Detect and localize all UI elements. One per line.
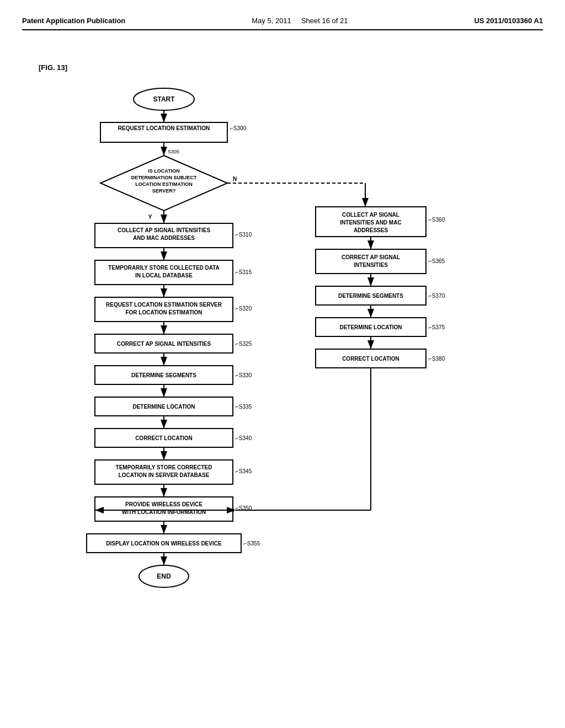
svg-rect-32 xyxy=(316,249,426,274)
s305-line1: IS LOCATION xyxy=(148,168,179,174)
s365-line1: CORRECT AP SIGNAL xyxy=(342,254,400,260)
s300-text: REQUEST LOCATION ESTIMATION xyxy=(118,125,210,131)
s380-text: CORRECT LOCATION xyxy=(342,356,399,362)
s380-label: ⌐S380 xyxy=(429,356,445,362)
s345-label: ⌐S345 xyxy=(236,468,252,474)
yes-label: Y xyxy=(148,214,152,220)
s330-label: ⌐S330 xyxy=(236,372,252,378)
s305-line2: DETERMINATION SUBJECT xyxy=(131,175,197,180)
s310-line1: COLLECT AP SIGNAL INTENSITIES xyxy=(118,227,210,233)
s345-line2: LOCATION IN SERVER DATABASE xyxy=(119,472,210,478)
s360-line3: ADDRESSES xyxy=(354,227,388,233)
s320-line2: FOR LOCATION ESTIMATION xyxy=(125,309,202,315)
s310-label: ⌐S310 xyxy=(236,232,252,238)
s340-text: CORRECT LOCATION xyxy=(135,435,193,441)
s375-label: ⌐S375 xyxy=(429,324,445,330)
s325-label: ⌐S325 xyxy=(236,341,252,347)
s350-line1: PROVIDE WIRELESS DEVICE xyxy=(125,501,202,507)
s360-line2: INTENSITIES AND MAC xyxy=(340,220,401,226)
s370-label: ⌐S370 xyxy=(429,293,445,299)
s310-line2: AND MAC ADDRESSES xyxy=(133,235,195,241)
s305-sublabel: S305 xyxy=(168,149,179,154)
page-header: Patent Application Publication May 5, 20… xyxy=(22,17,543,30)
header-patent-number: US 2011/0103360 A1 xyxy=(474,17,543,25)
s325-text: CORRECT AP SIGNAL INTENSITIES xyxy=(117,341,211,347)
s305-line4: SERVER? xyxy=(152,188,175,194)
s335-text: DETERMINE LOCATION xyxy=(132,404,195,410)
header-sheet: Sheet 16 of 21 xyxy=(301,17,348,25)
s300-label: ⌐S300 xyxy=(230,125,247,131)
s370-text: DETERMINE SEGMENTS xyxy=(338,293,403,299)
s320-line1: REQUEST LOCATION ESTIMATION SERVER xyxy=(106,302,222,308)
s315-line1: TEMPORARILY STORE COLLECTED DATA xyxy=(108,265,220,271)
s320-label: ⌐S320 xyxy=(236,306,252,312)
s365-label: ⌐S365 xyxy=(429,258,445,264)
no-label: N xyxy=(233,176,237,182)
end-label: END xyxy=(157,572,171,580)
s355-label: ⌐S355 xyxy=(244,540,260,547)
s345-line1: TEMPORARILY STORE CORRECTED xyxy=(116,464,212,470)
s315-label: ⌐S315 xyxy=(236,269,252,275)
header-date: May 5, 2011 xyxy=(252,17,291,25)
s375-text: DETERMINE LOCATION xyxy=(339,324,402,330)
s355-text: DISPLAY LOCATION ON WIRELESS DEVICE xyxy=(106,540,222,547)
s360-line1: COLLECT AP SIGNAL xyxy=(342,212,399,218)
s315-line2: IN LOCAL DATABASE xyxy=(135,272,193,279)
diagram-area: START REQUEST LOCATION ESTIMATION ⌐S300 … xyxy=(22,83,543,623)
s360-label: ⌐S360 xyxy=(429,217,445,223)
flowchart-svg: START REQUEST LOCATION ESTIMATION ⌐S300 … xyxy=(56,83,509,623)
figure-label: [FIG. 13] xyxy=(39,63,543,72)
start-label: START xyxy=(153,95,175,103)
s335-label: ⌐S335 xyxy=(236,404,252,410)
header-publication: Patent Application Publication xyxy=(22,17,125,25)
s330-text: DETERMINE SEGMENTS xyxy=(131,372,196,378)
s365-line2: INTENSITIES xyxy=(354,262,388,268)
header-date-sheet: May 5, 2011 Sheet 16 of 21 xyxy=(252,17,348,25)
s340-label: ⌐S340 xyxy=(236,435,252,441)
s305-line3: LOCATION ESTIMATION xyxy=(135,181,193,187)
page: Patent Application Publication May 5, 20… xyxy=(0,0,565,728)
